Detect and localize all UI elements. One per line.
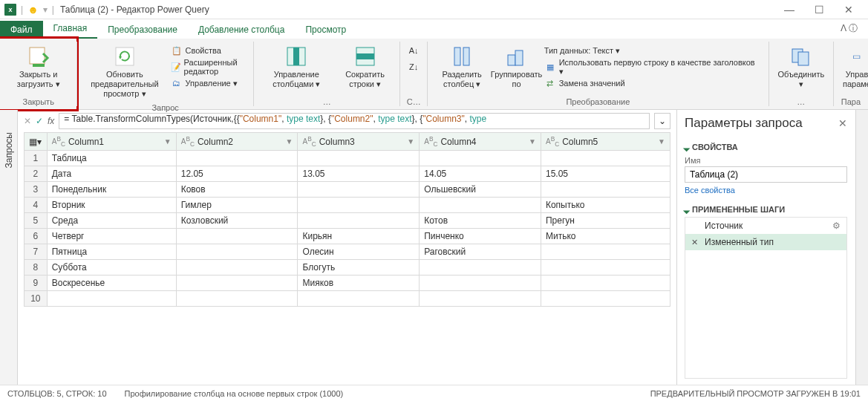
cell[interactable] [176, 276, 298, 291]
tab-addcolumn[interactable]: Добавление столбца [188, 21, 296, 39]
filter-dropdown[interactable]: ▼ [407, 137, 414, 146]
table-row[interactable]: 10 [25, 291, 670, 307]
datatype-icon[interactable]: ABC [302, 135, 316, 148]
table-row[interactable]: 9ВоскресеньеМияков [25, 276, 670, 291]
data-grid[interactable]: ▦▾ABCColumn1▼ABCColumn2▼ABCColumn3▼ABCCo… [24, 132, 670, 307]
cell[interactable]: Суббота [47, 260, 176, 276]
sort-desc-button[interactable]: Z↓ [408, 59, 420, 74]
filter-dropdown[interactable]: ▼ [286, 137, 293, 146]
cell[interactable] [298, 198, 420, 213]
filter-dropdown[interactable]: ▼ [658, 137, 665, 146]
formula-input[interactable]: = Table.TransformColumnTypes(Источник,{{… [59, 113, 650, 129]
step-changed-type[interactable]: ✕Измененный тип [685, 234, 846, 250]
cell[interactable]: Раговский [420, 244, 541, 260]
qat-overflow[interactable]: ▾ [43, 4, 48, 15]
row-number[interactable]: 5 [25, 213, 48, 229]
cell[interactable] [298, 291, 420, 307]
cell[interactable] [176, 260, 298, 276]
cell[interactable]: 14.05 [420, 166, 541, 182]
cell[interactable] [420, 260, 541, 276]
cell[interactable]: Прегун [541, 213, 670, 229]
cell[interactable]: Митько [541, 229, 670, 244]
cell[interactable] [420, 151, 541, 166]
formula-commit[interactable]: ✓ [36, 116, 43, 126]
cell[interactable] [176, 151, 298, 166]
cell[interactable]: Блогуть [298, 260, 420, 276]
cell[interactable] [420, 198, 541, 213]
maximize-button[interactable]: ☐ [804, 0, 834, 19]
cell[interactable]: Олесин [298, 244, 420, 260]
table-row[interactable]: 2Дата12.0513.0514.0515.05 [25, 166, 670, 182]
cell[interactable]: Пятница [47, 244, 176, 260]
cell[interactable] [176, 229, 298, 244]
cell[interactable]: Понедельник [47, 182, 176, 198]
row-number[interactable]: 9 [25, 276, 48, 291]
cell[interactable] [541, 260, 670, 276]
cell[interactable] [47, 291, 176, 307]
step-source[interactable]: Источник⚙ [685, 218, 846, 234]
row-number[interactable]: 10 [25, 291, 48, 307]
cell[interactable]: Вторник [47, 198, 176, 213]
filter-dropdown[interactable]: ▼ [529, 137, 536, 146]
table-row[interactable]: 6ЧетвергКирьянПинченкоМитько [25, 229, 670, 244]
close-load-button[interactable]: Закрыть и загрузить ▾ [4, 42, 72, 92]
grid-corner[interactable]: ▦▾ [25, 133, 48, 151]
column-header-3[interactable]: ABCColumn3▼ [298, 133, 420, 151]
replace-values-button[interactable]: ⇄Замена значений [544, 76, 761, 91]
column-header-2[interactable]: ABCColumn2▼ [176, 133, 298, 151]
cell[interactable] [541, 151, 670, 166]
datatype-button[interactable]: Тип данных: Текст ▾ [544, 43, 761, 58]
datatype-icon[interactable]: ABC [424, 135, 437, 148]
formula-cancel[interactable]: ✕ [24, 116, 31, 126]
manage-button[interactable]: 🗂Управление ▾ [171, 76, 247, 91]
query-name-input[interactable] [685, 166, 847, 183]
cell[interactable] [541, 291, 670, 307]
firstrow-headers-button[interactable]: ▦Использовать первую строку в качестве з… [544, 59, 761, 74]
cell[interactable]: Котов [420, 213, 541, 229]
panel-close[interactable]: ✕ [838, 117, 847, 129]
cell[interactable]: Пинченко [420, 229, 541, 244]
table-row[interactable]: 1Таблица [25, 151, 670, 166]
column-header-4[interactable]: ABCColumn4▼ [420, 133, 541, 151]
table-row[interactable]: 7ПятницаОлесинРаговский [25, 244, 670, 260]
cell[interactable] [541, 244, 670, 260]
row-number[interactable]: 6 [25, 229, 48, 244]
refresh-preview-button[interactable]: Обновить предварительный просмотр ▾ [82, 42, 167, 102]
cell[interactable] [298, 182, 420, 198]
minimize-button[interactable]: — [774, 0, 804, 19]
tab-file[interactable]: Файл [0, 21, 43, 39]
cell[interactable]: Ковов [176, 182, 298, 198]
cell[interactable]: 12.05 [176, 166, 298, 182]
table-row[interactable]: 5СредаКозловскийКотовПрегун [25, 213, 670, 229]
properties-button[interactable]: 📋Свойства [171, 43, 247, 58]
cell[interactable]: Таблица [47, 151, 176, 166]
advanced-editor-button[interactable]: 📝Расширенный редактор [171, 59, 247, 74]
split-column-button[interactable]: Разделить столбец ▾ [432, 42, 492, 92]
datatype-icon[interactable]: ABC [546, 135, 559, 148]
cell[interactable] [176, 244, 298, 260]
cell[interactable]: Гимлер [176, 198, 298, 213]
cell[interactable]: Четверг [47, 229, 176, 244]
all-properties-link[interactable]: Все свойства [685, 186, 847, 195]
cell[interactable]: Кирьян [298, 229, 420, 244]
row-number[interactable]: 8 [25, 260, 48, 276]
props-section[interactable]: СВОЙСТВА [685, 143, 847, 151]
cell[interactable]: Воскресенье [47, 276, 176, 291]
gear-icon[interactable]: ⚙ [832, 221, 841, 231]
params-button[interactable]: ▭ Управ параме [838, 42, 868, 92]
cell[interactable] [298, 151, 420, 166]
cell[interactable] [420, 276, 541, 291]
row-number[interactable]: 2 [25, 166, 48, 182]
smiley-icon[interactable]: ☻ [27, 4, 39, 16]
tab-view[interactable]: Просмотр [295, 21, 356, 39]
column-header-5[interactable]: ABCColumn5▼ [541, 133, 670, 151]
filter-dropdown[interactable]: ▼ [164, 137, 172, 146]
datatype-icon[interactable]: ABC [181, 135, 195, 148]
sort-asc-button[interactable]: A↓ [408, 43, 420, 58]
cell[interactable]: Среда [47, 213, 176, 229]
manage-cols-button[interactable]: Управление столбцами ▾ [258, 42, 335, 92]
formula-expand[interactable]: ⌄ [654, 113, 670, 129]
cell[interactable]: Ольшевский [420, 182, 541, 198]
cell[interactable]: Копытько [541, 198, 670, 213]
queries-pane-toggle[interactable]: Запросы [0, 110, 18, 385]
